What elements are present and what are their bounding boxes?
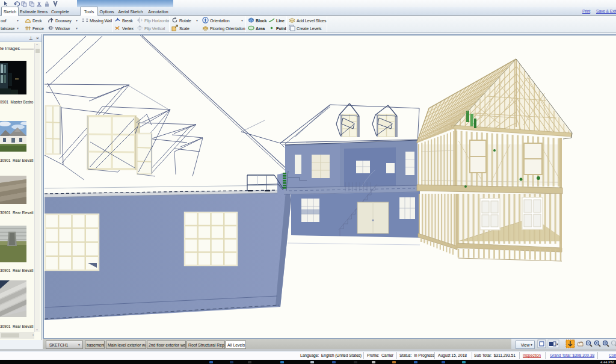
svg-text:▼: ▼ [556,342,559,346]
